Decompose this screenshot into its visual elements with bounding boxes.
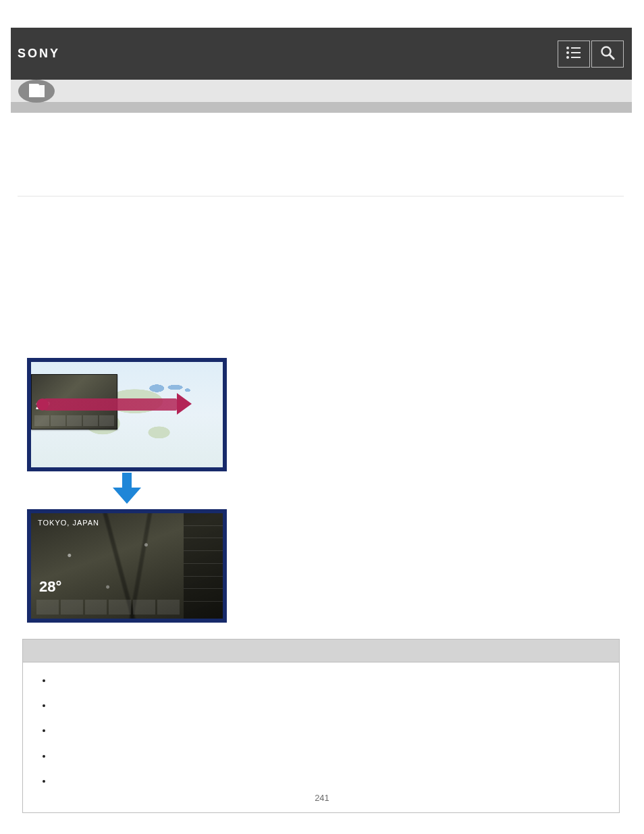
menu-icon <box>566 46 582 62</box>
swipe-bar <box>45 398 177 411</box>
svg-rect-9 <box>122 473 132 489</box>
figure-bottom-panel: TOKYO, JAPAN 28° <box>27 509 227 623</box>
svg-line-7 <box>610 55 614 59</box>
hint-box <box>22 639 620 813</box>
swipe-arrowhead <box>177 393 192 415</box>
hint-list <box>32 672 610 789</box>
forecast-cell <box>133 600 155 615</box>
side-row <box>184 589 223 602</box>
header-bar: SONY <box>11 28 632 80</box>
user-guide-icon[interactable] <box>18 79 55 103</box>
weather-title: TOKYO, JAPAN <box>38 519 99 527</box>
section-divider <box>18 196 624 197</box>
side-row <box>184 538 223 551</box>
svg-point-2 <box>566 51 569 54</box>
swipe-right-arrow-icon <box>36 396 192 417</box>
hint-item <box>53 773 610 789</box>
svg-point-0 <box>566 47 569 49</box>
figure-top-panel: 28° <box>27 358 227 471</box>
svg-marker-10 <box>113 488 141 504</box>
weather-temp: 28° <box>39 578 61 596</box>
search-icon <box>600 45 615 63</box>
weather-forecast-row <box>36 600 180 615</box>
down-arrow-icon <box>113 473 141 508</box>
hint-item <box>53 697 610 714</box>
hint-header <box>23 640 619 662</box>
brand-logo: SONY <box>18 47 60 61</box>
header-actions <box>558 41 624 68</box>
figure-switch-apps: 28° <box>16 358 225 623</box>
side-row <box>184 551 223 564</box>
forecast-cell <box>109 600 131 615</box>
svg-rect-5 <box>571 57 581 58</box>
hint-item <box>53 672 610 689</box>
down-arrow-wrap <box>27 471 227 509</box>
side-row <box>184 564 223 577</box>
subheader-bar <box>11 80 632 102</box>
svg-point-4 <box>566 56 569 59</box>
hint-item <box>53 748 610 764</box>
forecast-cell <box>157 600 180 615</box>
side-row <box>184 577 223 590</box>
page: SONY <box>0 0 644 834</box>
forecast-cell <box>61 600 83 615</box>
svg-rect-3 <box>571 52 581 53</box>
search-button[interactable] <box>591 41 624 68</box>
weather-side-panel <box>184 513 223 619</box>
forecast-cell <box>36 600 59 615</box>
hint-item <box>53 722 610 739</box>
side-row <box>184 526 223 539</box>
menu-button[interactable] <box>558 41 590 68</box>
svg-rect-1 <box>571 47 581 49</box>
side-row <box>184 513 223 526</box>
forecast-cell <box>85 600 107 615</box>
page-number: 241 <box>0 793 644 803</box>
